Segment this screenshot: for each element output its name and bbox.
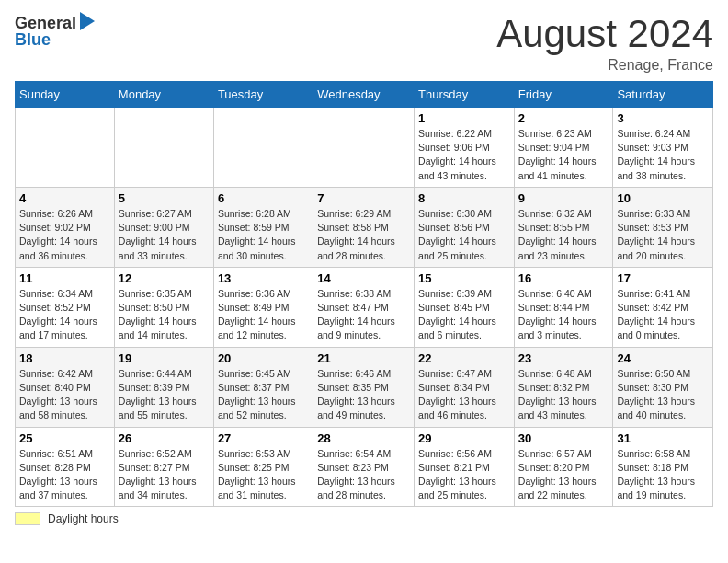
header-cell-saturday: Saturday	[613, 82, 713, 108]
week-row-4: 18Sunrise: 6:42 AM Sunset: 8:40 PM Dayli…	[16, 347, 713, 427]
day-info: Sunrise: 6:48 AM Sunset: 8:32 PM Dayligh…	[518, 367, 609, 423]
day-cell: 25Sunrise: 6:51 AM Sunset: 8:28 PM Dayli…	[16, 427, 115, 507]
day-cell: 11Sunrise: 6:34 AM Sunset: 8:52 PM Dayli…	[16, 267, 115, 347]
day-cell	[313, 108, 415, 188]
day-info: Sunrise: 6:51 AM Sunset: 8:28 PM Dayligh…	[19, 447, 110, 503]
day-cell: 19Sunrise: 6:44 AM Sunset: 8:39 PM Dayli…	[114, 347, 213, 427]
day-cell: 16Sunrise: 6:40 AM Sunset: 8:44 PM Dayli…	[514, 267, 613, 347]
day-number: 31	[617, 431, 709, 445]
day-cell: 23Sunrise: 6:48 AM Sunset: 8:32 PM Dayli…	[514, 347, 613, 427]
day-number: 4	[19, 191, 110, 205]
daylight-legend-label: Daylight hours	[48, 512, 119, 525]
calendar-body: 1Sunrise: 6:22 AM Sunset: 9:06 PM Daylig…	[16, 108, 713, 507]
day-number: 20	[218, 351, 309, 365]
day-cell: 8Sunrise: 6:30 AM Sunset: 8:56 PM Daylig…	[415, 187, 515, 267]
day-info: Sunrise: 6:38 AM Sunset: 8:47 PM Dayligh…	[317, 287, 410, 343]
day-info: Sunrise: 6:56 AM Sunset: 8:21 PM Dayligh…	[418, 447, 510, 503]
day-number: 1	[418, 111, 510, 125]
day-number: 14	[317, 271, 410, 285]
day-cell: 9Sunrise: 6:32 AM Sunset: 8:55 PM Daylig…	[514, 187, 613, 267]
day-number: 16	[518, 271, 609, 285]
week-row-5: 25Sunrise: 6:51 AM Sunset: 8:28 PM Dayli…	[16, 427, 713, 507]
day-info: Sunrise: 6:50 AM Sunset: 8:30 PM Dayligh…	[617, 367, 709, 423]
header-cell-tuesday: Tuesday	[213, 82, 313, 108]
day-info: Sunrise: 6:28 AM Sunset: 8:59 PM Dayligh…	[218, 207, 309, 263]
day-number: 6	[218, 191, 309, 205]
day-number: 7	[317, 191, 410, 205]
day-number: 30	[518, 431, 609, 445]
day-number: 9	[518, 191, 609, 205]
day-number: 11	[19, 271, 110, 285]
day-number: 21	[317, 351, 410, 365]
day-number: 24	[617, 351, 709, 365]
day-info: Sunrise: 6:22 AM Sunset: 9:06 PM Dayligh…	[418, 127, 510, 183]
day-info: Sunrise: 6:39 AM Sunset: 8:45 PM Dayligh…	[418, 287, 510, 343]
day-number: 18	[19, 351, 110, 365]
day-info: Sunrise: 6:36 AM Sunset: 8:49 PM Dayligh…	[218, 287, 309, 343]
location-subtitle: Renage, France	[496, 57, 713, 74]
day-cell: 22Sunrise: 6:47 AM Sunset: 8:34 PM Dayli…	[415, 347, 515, 427]
day-number: 13	[218, 271, 309, 285]
calendar-footer: Daylight hours	[15, 512, 713, 525]
day-info: Sunrise: 6:58 AM Sunset: 8:18 PM Dayligh…	[617, 447, 709, 503]
day-number: 25	[19, 431, 110, 445]
day-info: Sunrise: 6:23 AM Sunset: 9:04 PM Dayligh…	[518, 127, 609, 183]
day-cell: 13Sunrise: 6:36 AM Sunset: 8:49 PM Dayli…	[213, 267, 313, 347]
day-info: Sunrise: 6:41 AM Sunset: 8:42 PM Dayligh…	[617, 287, 709, 343]
day-info: Sunrise: 6:42 AM Sunset: 8:40 PM Dayligh…	[19, 367, 110, 423]
day-cell: 3Sunrise: 6:24 AM Sunset: 9:03 PM Daylig…	[613, 108, 713, 188]
day-number: 2	[518, 111, 609, 125]
day-info: Sunrise: 6:44 AM Sunset: 8:39 PM Dayligh…	[119, 367, 210, 423]
day-number: 22	[418, 351, 510, 365]
day-number: 28	[317, 431, 410, 445]
day-cell: 2Sunrise: 6:23 AM Sunset: 9:04 PM Daylig…	[514, 108, 613, 188]
logo-arrow-icon	[80, 12, 95, 30]
title-area: August 2024 Renage, France	[496, 15, 713, 74]
calendar-header: SundayMondayTuesdayWednesdayThursdayFrid…	[16, 82, 713, 108]
day-cell: 31Sunrise: 6:58 AM Sunset: 8:18 PM Dayli…	[613, 427, 713, 507]
day-cell: 12Sunrise: 6:35 AM Sunset: 8:50 PM Dayli…	[114, 267, 213, 347]
day-cell: 20Sunrise: 6:45 AM Sunset: 8:37 PM Dayli…	[213, 347, 313, 427]
month-title: August 2024	[496, 15, 713, 53]
day-cell: 14Sunrise: 6:38 AM Sunset: 8:47 PM Dayli…	[313, 267, 415, 347]
header-cell-wednesday: Wednesday	[313, 82, 415, 108]
day-number: 10	[617, 191, 709, 205]
day-info: Sunrise: 6:29 AM Sunset: 8:58 PM Dayligh…	[317, 207, 410, 263]
day-info: Sunrise: 6:46 AM Sunset: 8:35 PM Dayligh…	[317, 367, 410, 423]
day-info: Sunrise: 6:45 AM Sunset: 8:37 PM Dayligh…	[218, 367, 309, 423]
day-info: Sunrise: 6:26 AM Sunset: 9:02 PM Dayligh…	[19, 207, 110, 263]
day-cell: 5Sunrise: 6:27 AM Sunset: 9:00 PM Daylig…	[114, 187, 213, 267]
day-info: Sunrise: 6:47 AM Sunset: 8:34 PM Dayligh…	[418, 367, 510, 423]
day-cell: 15Sunrise: 6:39 AM Sunset: 8:45 PM Dayli…	[415, 267, 515, 347]
day-cell	[16, 108, 115, 188]
day-number: 8	[418, 191, 510, 205]
day-cell: 4Sunrise: 6:26 AM Sunset: 9:02 PM Daylig…	[16, 187, 115, 267]
daylight-legend-box	[15, 512, 40, 525]
logo-general-text: General	[15, 15, 76, 31]
day-cell: 29Sunrise: 6:56 AM Sunset: 8:21 PM Dayli…	[415, 427, 515, 507]
header-cell-friday: Friday	[514, 82, 613, 108]
day-number: 19	[119, 351, 210, 365]
day-info: Sunrise: 6:27 AM Sunset: 9:00 PM Dayligh…	[119, 207, 210, 263]
header-cell-sunday: Sunday	[16, 82, 115, 108]
day-cell	[114, 108, 213, 188]
day-cell: 7Sunrise: 6:29 AM Sunset: 8:58 PM Daylig…	[313, 187, 415, 267]
day-info: Sunrise: 6:53 AM Sunset: 8:25 PM Dayligh…	[218, 447, 309, 503]
day-cell: 6Sunrise: 6:28 AM Sunset: 8:59 PM Daylig…	[213, 187, 313, 267]
page-header: General Blue August 2024 Renage, France	[15, 15, 713, 74]
day-cell: 10Sunrise: 6:33 AM Sunset: 8:53 PM Dayli…	[613, 187, 713, 267]
day-info: Sunrise: 6:57 AM Sunset: 8:20 PM Dayligh…	[518, 447, 609, 503]
day-info: Sunrise: 6:54 AM Sunset: 8:23 PM Dayligh…	[317, 447, 410, 503]
week-row-3: 11Sunrise: 6:34 AM Sunset: 8:52 PM Dayli…	[16, 267, 713, 347]
header-cell-monday: Monday	[114, 82, 213, 108]
calendar-table: SundayMondayTuesdayWednesdayThursdayFrid…	[15, 81, 713, 507]
day-info: Sunrise: 6:24 AM Sunset: 9:03 PM Dayligh…	[617, 127, 709, 183]
day-info: Sunrise: 6:32 AM Sunset: 8:55 PM Dayligh…	[518, 207, 609, 263]
header-row: SundayMondayTuesdayWednesdayThursdayFrid…	[16, 82, 713, 108]
day-cell: 24Sunrise: 6:50 AM Sunset: 8:30 PM Dayli…	[613, 347, 713, 427]
day-cell: 28Sunrise: 6:54 AM Sunset: 8:23 PM Dayli…	[313, 427, 415, 507]
day-cell: 27Sunrise: 6:53 AM Sunset: 8:25 PM Dayli…	[213, 427, 313, 507]
day-number: 5	[119, 191, 210, 205]
week-row-2: 4Sunrise: 6:26 AM Sunset: 9:02 PM Daylig…	[16, 187, 713, 267]
logo-blue-text: Blue	[15, 31, 95, 48]
